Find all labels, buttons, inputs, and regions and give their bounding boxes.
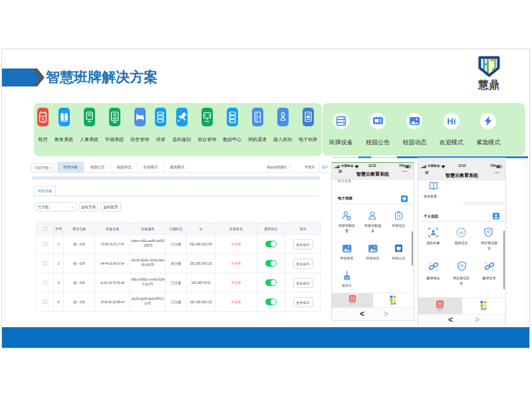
svg-text:AI: AI [460, 231, 464, 235]
